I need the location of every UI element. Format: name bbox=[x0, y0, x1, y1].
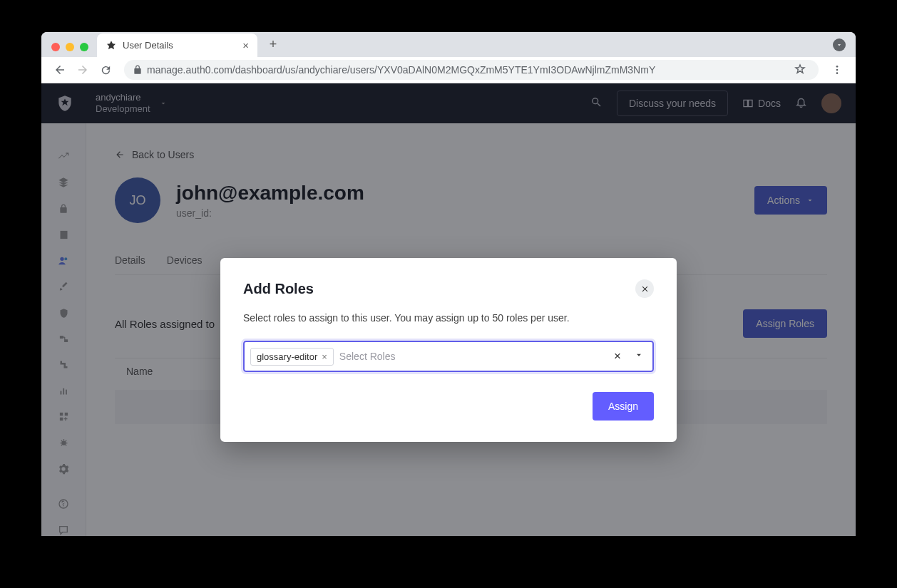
app-root: andychiare Development Discuss your need… bbox=[41, 83, 856, 536]
url-text: manage.auth0.com/dashboard/us/andychiare… bbox=[147, 64, 655, 76]
browser-menu-button[interactable] bbox=[827, 60, 847, 80]
tab-title: User Details bbox=[123, 40, 173, 51]
role-search-input[interactable] bbox=[339, 351, 604, 362]
address-bar[interactable]: manage.auth0.com/dashboard/us/andychiare… bbox=[124, 60, 819, 80]
chip-label: glossary-editor bbox=[257, 351, 317, 362]
modal-title: Add Roles bbox=[243, 281, 314, 297]
browser-tab-strip: User Details × + bbox=[41, 32, 856, 57]
modal-description: Select roles to assign to this user. You… bbox=[243, 312, 654, 324]
add-roles-modal: Add Roles Select roles to assign to this… bbox=[220, 258, 677, 442]
select-clear-icon[interactable]: × bbox=[610, 349, 625, 363]
window-close-dot[interactable] bbox=[51, 43, 60, 51]
tab-overflow-button[interactable] bbox=[833, 38, 846, 51]
role-select-combobox[interactable]: glossary-editor × × bbox=[243, 341, 654, 372]
window-min-dot[interactable] bbox=[66, 43, 74, 51]
svg-point-1 bbox=[836, 69, 839, 71]
chip-remove-icon[interactable]: × bbox=[322, 351, 327, 362]
lock-icon bbox=[133, 65, 143, 75]
modal-close-button[interactable] bbox=[635, 279, 654, 298]
selected-role-chip: glossary-editor × bbox=[250, 348, 334, 366]
window-controls bbox=[51, 34, 88, 57]
auth0-favicon bbox=[106, 40, 117, 51]
assign-confirm-button[interactable]: Assign bbox=[593, 392, 654, 421]
arrow-left-icon bbox=[53, 63, 66, 76]
new-tab-button[interactable]: + bbox=[263, 34, 283, 54]
caret-down-icon bbox=[634, 350, 644, 360]
svg-point-2 bbox=[836, 72, 839, 74]
nav-reload-button[interactable] bbox=[96, 60, 116, 80]
bookmark-star-icon[interactable] bbox=[794, 63, 810, 77]
nav-forward-button[interactable] bbox=[73, 60, 93, 80]
reload-icon bbox=[100, 64, 112, 76]
browser-toolbar: manage.auth0.com/dashboard/us/andychiare… bbox=[41, 57, 856, 83]
tab-close-icon[interactable]: × bbox=[242, 39, 249, 51]
select-dropdown-icon[interactable] bbox=[631, 350, 647, 363]
svg-point-0 bbox=[836, 66, 839, 68]
arrow-right-icon bbox=[76, 63, 89, 76]
window-max-dot[interactable] bbox=[80, 43, 88, 51]
close-icon bbox=[640, 284, 650, 294]
browser-tab-active[interactable]: User Details × bbox=[97, 33, 257, 57]
nav-back-button[interactable] bbox=[50, 60, 70, 80]
kebab-icon bbox=[831, 64, 843, 76]
browser-window: User Details × + manage.auth0.com/dashbo… bbox=[41, 32, 856, 536]
modal-overlay[interactable]: Add Roles Select roles to assign to this… bbox=[41, 83, 856, 536]
